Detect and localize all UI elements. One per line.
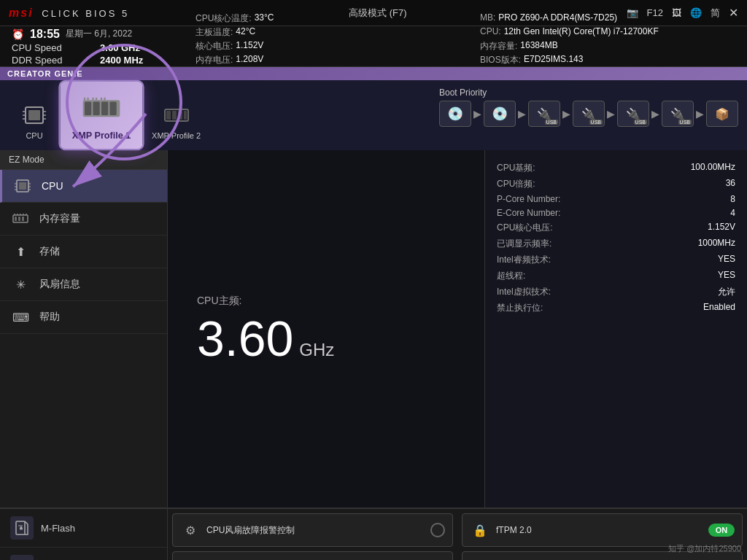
toolbar-middle: ⚙ CPU风扇故障报警控制 ErP ErP Ready 🔊 HD音频控制器 ON [168,509,457,560]
spec-label: 超线程: [497,270,676,282]
storage-label: 存储 [39,245,60,258]
boot-priority-label: Boot Priority [439,88,738,98]
mflash-label: M-Flash [41,523,75,534]
creator-xmp1-item[interactable]: XMP Profile 1 [58,80,144,151]
cpu-fan-label: CPU风扇故障报警控制 [206,524,425,537]
watermark: 知乎 @加内特25900 [668,543,741,554]
clock-info: ⏰ 18:55 星期一 6月, 2022 CPU Speed 3.60 GHz … [12,28,172,66]
cpu-info-label: CPU: [480,26,501,39]
sidebar-item-storage[interactable]: ⬆ 存储 [0,236,167,268]
ftpm-toggle[interactable]: ON [708,524,735,537]
creator-icons: CPU [9,85,209,146]
bios-name: CLICK BIOS 5 [42,8,129,19]
mflash-icon [10,516,34,540]
spec-value: 1.152V [691,222,735,234]
spec-label: Intel虚拟技术: [497,286,676,298]
help-label: 帮助 [39,311,60,324]
creator-xmp2-label: XMP Profile 2 [152,131,201,140]
creator-xmp2-icon [160,102,193,128]
creator-xmp1-label: XMP Profile 1 [72,131,131,141]
memory-label: 内存容量 [39,212,80,225]
svg-rect-25 [19,182,26,190]
speed-info: CPU Speed 3.60 GHz DDR Speed 2400 MHz [12,42,172,66]
memory-sidebar-icon [10,210,31,228]
cpu-fan-alert-button[interactable]: ⚙ CPU风扇故障报警控制 [172,513,453,547]
fan-sidebar-icon: ✳ [10,276,31,293]
mb-label: MB: [480,12,495,25]
svg-rect-21 [172,111,177,120]
ftpm-button[interactable]: 🔒 fTPM 2.0 ON [462,513,743,547]
spec-label: 禁止执行位: [497,302,676,314]
spec-label: P-Core Number: [497,194,676,204]
boot-device-nvme[interactable]: 📦 [706,101,738,127]
ftpm-icon: 🔒 [470,520,490,540]
mem-label: 内存容量: [480,40,517,52]
spec-label: Intel睿频技术: [497,254,676,266]
clock-icon: ⏰ [12,28,24,40]
header-bar: ⏰ 18:55 星期一 6月, 2022 CPU Speed 3.60 GHz … [0,26,747,67]
sidebar-item-help[interactable]: ⌨ 帮助 [0,301,167,334]
main-content: CPU主频: 3.60 GHz [168,150,484,508]
weekday-display: 星期一 6月, 2022 [66,28,132,40]
spec-value: YES [691,270,735,282]
svg-rect-22 [178,111,182,120]
board-temp-label: 主板温度: [196,26,233,39]
boot-priority: Boot Priority 💿 ▶ 💿 ▶ 🔌 USB ▶ 🔌 USB [439,85,738,131]
spec-label: 已调显示频率: [497,238,676,250]
svg-rect-12 [110,102,117,115]
ftpm-label: fTPM 2.0 [496,525,703,535]
svg-rect-11 [101,102,108,115]
cpu-fan-icon: ⚙ [180,520,201,540]
creator-cpu-icon [18,102,50,128]
sidebar-item-fan[interactable]: ✳ 风扇信息 [0,268,167,301]
mem-volt-value: 1.208V [236,54,263,66]
ddr-speed-value: 2400 MHz [100,55,172,66]
spec-value: 8 [691,194,735,204]
mem-volt-label: 内存电压: [196,54,233,66]
storage-sidebar-icon: ⬆ [10,243,31,260]
cpu-fan-toggle[interactable] [430,523,445,537]
bios-ver-value: E7D25IMS.143 [524,54,583,66]
creator-xmp1-icon [80,90,123,128]
spec-label: CPU倍频: [497,178,676,190]
boot-device-hdd[interactable]: 💿 [439,101,471,127]
ddr-speed-label: DDR Speed [12,55,91,66]
fan-label: 风扇信息 [39,278,80,291]
cpu-sidebar-icon [12,177,33,195]
boot-device-usb1[interactable]: 🔌 USB [528,101,560,127]
svg-rect-23 [184,111,187,120]
core-volt-value: 1.152V [236,40,263,52]
boot-arrow-6: ▶ [695,108,705,120]
creator-xmp2-item[interactable]: XMP Profile 2 [143,96,209,146]
spec-value: 1000MHz [691,238,735,250]
time-display: 18:55 [30,28,60,41]
erp-ready-button[interactable]: ErP ErP Ready [172,551,453,560]
sidebar-item-cpu[interactable]: CPU [0,170,167,203]
mflash-button[interactable]: M-Flash [0,509,167,548]
favorites-icon: ♥ [10,555,34,560]
boot-device-usb3[interactable]: 🔌 USB [617,101,649,127]
boot-arrow-3: ▶ [562,108,571,120]
toolbar-left: M-Flash ♥ 喜爱 ⚙ 硬件监控 [0,509,168,560]
right-panel: CPU基频:100.00MHzCPU倍频:36P-Core Number:8E-… [484,150,747,508]
spec-value: 允许 [691,286,735,298]
cpu-freq-display: CPU主频: 3.60 GHz [168,150,484,508]
boot-device-usb4[interactable]: 🔌 USB [662,101,694,127]
board-temp-value: 42°C [236,26,255,39]
boot-device-list: 💿 ▶ 💿 ▶ 🔌 USB ▶ 🔌 USB ▶ 🔌 [439,101,738,127]
boot-device-odd[interactable]: 💿 [484,101,516,127]
boot-arrow-5: ▶ [651,108,660,120]
favorites-button[interactable]: ♥ 喜爱 [0,548,167,560]
svg-rect-33 [15,217,17,221]
cpu-label: CPU [42,180,63,192]
msi-brand: msi [9,7,34,19]
sidebar-item-memory[interactable]: 内存容量 [0,203,167,236]
cpu-speed-value: 3.60 GHz [100,42,172,53]
boot-arrow-2: ▶ [517,108,527,120]
creator-cpu-item[interactable]: CPU [9,96,60,146]
boot-device-usb2[interactable]: 🔌 USB [573,101,605,127]
bios-logo: msi CLICK BIOS 5 [9,7,129,20]
clock-display: ⏰ 18:55 星期一 6月, 2022 [12,28,172,41]
spec-label: CPU核心电压: [497,222,676,234]
svg-rect-10 [93,102,100,115]
